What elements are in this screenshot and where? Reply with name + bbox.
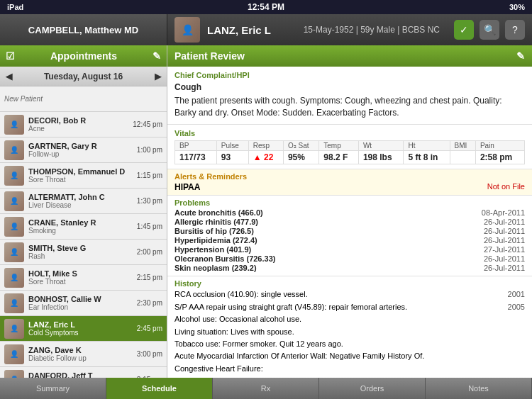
next-date-button[interactable]: ▶ bbox=[155, 72, 161, 82]
history-section: History RCA occlusion (410.90): single v… bbox=[167, 276, 532, 378]
sidebar-edit-icon[interactable]: ✎ bbox=[153, 50, 161, 62]
complaint-description: The patient presents with cough. Symptom… bbox=[174, 95, 525, 119]
appointment-time: 3:00 pm bbox=[137, 350, 162, 358]
appointment-item[interactable]: 👤CRANE, Stanley RSmoking1:45 pm bbox=[0, 214, 167, 240]
appointment-avatar: 👤 bbox=[4, 242, 24, 262]
tab-rx[interactable]: Rx bbox=[213, 378, 319, 399]
review-edit-icon[interactable]: ✎ bbox=[516, 50, 525, 62]
ht-value: 5 ft 8 in bbox=[404, 151, 450, 164]
appointment-name: LANZ, Eric L bbox=[28, 320, 134, 329]
history-item: RCA occlusion (410.90): single vessel. 2… bbox=[174, 289, 525, 300]
bp-value: 117/73 bbox=[175, 151, 217, 164]
o2sat-header: O₂ Sat bbox=[283, 141, 318, 151]
problem-item: Skin neoplasm (239.2)26-Jul-2011 bbox=[174, 264, 525, 272]
appointment-item[interactable]: 👤LANZ, Eric LCold Symptoms2:45 pm bbox=[0, 316, 167, 342]
appointment-name: DECORI, Bob R bbox=[28, 116, 130, 125]
current-date: Tuesday, August 16 bbox=[44, 72, 123, 82]
prev-date-button[interactable]: ◀ bbox=[6, 72, 12, 82]
appointment-reason: Cold Symptoms bbox=[28, 329, 134, 337]
history-item: Tobacco use: Former smoker. Quit 12 year… bbox=[174, 339, 525, 349]
help-button[interactable]: ? bbox=[505, 20, 525, 40]
appointment-avatar: 👤 bbox=[4, 293, 24, 313]
appointment-avatar: 👤 bbox=[4, 115, 24, 135]
problem-date: 26-Jul-2011 bbox=[484, 254, 525, 263]
status-bar: iPad 12:54 PM 30% bbox=[0, 0, 532, 14]
appointment-name: THOMPSON, Emmanuel D bbox=[28, 167, 134, 176]
appointment-item[interactable]: 👤HOLT, Mike SSore Throat2:15 pm bbox=[0, 265, 167, 291]
appointment-name: ZANG, Dave K bbox=[28, 346, 134, 354]
appointment-item[interactable]: 👤DANFORD, Jeff TDifficulty Breathing3:15… bbox=[0, 367, 167, 378]
temp-value: 98.2 F bbox=[319, 151, 359, 164]
appointment-item[interactable]: 👤THOMPSON, Emmanuel DSore Throat1:15 pm bbox=[0, 163, 167, 189]
appointment-name: HOLT, Mike S bbox=[28, 269, 134, 278]
pain-value: 2:58 pm bbox=[475, 151, 524, 164]
bmi-value bbox=[450, 151, 475, 164]
appointment-reason: Liver Disease bbox=[28, 201, 134, 209]
appointment-reason: Follow-up bbox=[28, 150, 134, 158]
tab-summary[interactable]: Summary bbox=[0, 378, 106, 399]
appointment-avatar: 👤 bbox=[4, 268, 24, 288]
tab-schedule[interactable]: Schedule bbox=[106, 378, 213, 399]
problems-title: Problems bbox=[174, 198, 525, 207]
bp-header: BP bbox=[175, 141, 217, 151]
tab-orders[interactable]: Orders bbox=[319, 378, 426, 399]
appointment-item[interactable]: 👤BONHOST, Callie WEar Infection2:30 pm bbox=[0, 291, 167, 316]
sidebar-check-icon[interactable]: ☑ bbox=[6, 50, 15, 62]
tab-notes[interactable]: Notes bbox=[426, 378, 532, 399]
appointment-avatar: 👤 bbox=[4, 191, 24, 211]
problem-name: Skin neoplasm (239.2) bbox=[174, 264, 257, 272]
o2sat-value: 95% bbox=[283, 151, 318, 164]
review-header: Patient Review ✎ bbox=[167, 45, 532, 67]
problem-item: Olecranon Bursitis (726.33)26-Jul-2011 bbox=[174, 254, 525, 263]
appointment-avatar: 👤 bbox=[4, 217, 24, 237]
problem-name: Bursitis of hip (726.5) bbox=[174, 227, 254, 235]
appointment-time: 2:15 pm bbox=[137, 274, 162, 281]
appointment-item[interactable]: 👤DECORI, Bob RAcne12:45 pm bbox=[0, 112, 167, 137]
alert-status: Not on File bbox=[487, 182, 525, 192]
problems-section: Problems Acute bronchitis (466.0)08-Apr-… bbox=[167, 196, 532, 276]
problem-item: Hypertension (401.9)27-Jul-2011 bbox=[174, 245, 525, 254]
alerts-section: Alerts & Reminders HIPAANot on File bbox=[167, 169, 532, 196]
appointment-item[interactable]: 👤ALTERMATT, John CLiver Disease1:30 pm bbox=[0, 189, 167, 214]
vitals-section: Vitals BP Pulse Resp O₂ Sat Temp Wt Ht B… bbox=[167, 125, 532, 169]
appointment-time: 1:45 pm bbox=[137, 223, 162, 230]
appointment-item[interactable]: 👤ZANG, Dave KDiabetic Follow up3:00 pm bbox=[0, 342, 167, 367]
patient-avatar: 👤 bbox=[174, 17, 200, 43]
appointment-reason: Rash bbox=[28, 252, 134, 260]
chief-complaint-section: Chief Complaint/HPI Cough The patient pr… bbox=[167, 67, 532, 125]
problem-name: Acute bronchitis (466.0) bbox=[174, 208, 263, 217]
problem-name: Hyperlipidemia (272.4) bbox=[174, 236, 257, 245]
appointment-reason: Ear Infection bbox=[28, 303, 134, 311]
appointment-time: 2:45 pm bbox=[137, 325, 162, 332]
sidebar-header: ☑ Appointments ✎ bbox=[0, 45, 167, 67]
bmi-header: BMI bbox=[450, 141, 475, 151]
alerts-list: HIPAANot on File bbox=[174, 182, 525, 192]
problem-date: 27-Jul-2011 bbox=[484, 245, 525, 254]
problem-date: 26-Jul-2011 bbox=[484, 236, 525, 245]
pain-header: Pain bbox=[475, 141, 524, 151]
problem-date: 26-Jul-2011 bbox=[484, 218, 525, 226]
checkmark-button[interactable]: ✓ bbox=[454, 20, 474, 40]
appointment-reason: Acne bbox=[28, 125, 130, 133]
search-button[interactable]: 🔍 bbox=[480, 20, 499, 40]
history-year: 2005 bbox=[508, 302, 525, 313]
patient-name: LANZ, Eric L bbox=[207, 24, 271, 36]
battery-label: 30% bbox=[509, 3, 525, 11]
appointment-reason: Smoking bbox=[28, 227, 134, 235]
appointment-name: ALTERMATT, John C bbox=[28, 193, 134, 201]
appointment-item[interactable]: New Patient bbox=[0, 86, 167, 112]
patient-demographics: 15-May-1952 | 59y Male | BCBS NC bbox=[304, 25, 440, 35]
appointment-item[interactable]: 👤GARTNER, Gary RFollow-up1:00 pm bbox=[0, 137, 167, 163]
problem-item: Hyperlipidemia (272.4)26-Jul-2011 bbox=[174, 236, 525, 245]
chief-complaint-content: Cough The patient presents with cough. S… bbox=[174, 82, 525, 118]
appointments-list: New Patient👤DECORI, Bob RAcne12:45 pm👤GA… bbox=[0, 86, 167, 378]
appointment-name: BONHOST, Callie W bbox=[28, 295, 134, 303]
status-left: iPad bbox=[7, 3, 23, 11]
alert-item: HIPAANot on File bbox=[174, 182, 525, 192]
appointment-reason: Sore Throat bbox=[28, 278, 134, 286]
patient-review-panel: Patient Review ✎ Chief Complaint/HPI Cou… bbox=[167, 45, 532, 378]
appointment-name: SMITH, Steve G bbox=[28, 244, 134, 252]
review-content[interactable]: Chief Complaint/HPI Cough The patient pr… bbox=[167, 67, 532, 378]
appointment-name: GARTNER, Gary R bbox=[28, 142, 134, 150]
appointment-item[interactable]: 👤SMITH, Steve GRash2:00 pm bbox=[0, 240, 167, 265]
